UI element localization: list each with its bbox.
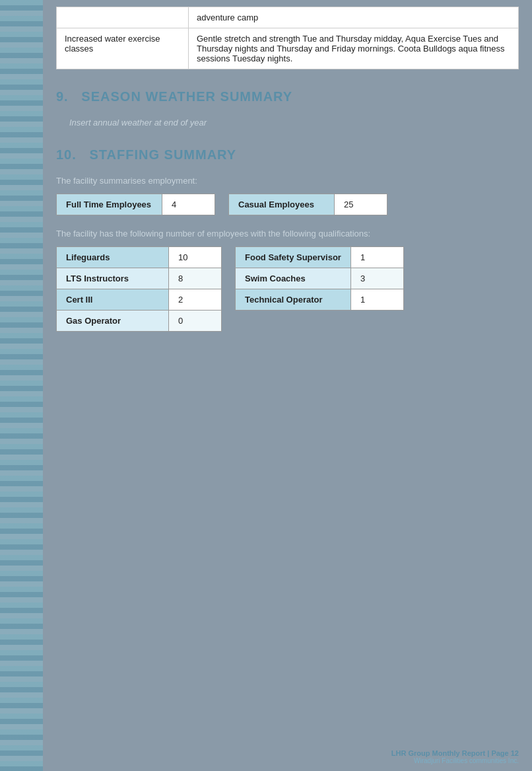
lifeguards-value: 10	[169, 247, 222, 268]
lts-value: 8	[169, 268, 222, 289]
qual-table-left: Lifeguards 10 LTS Instructors 8 Cert III…	[56, 246, 222, 332]
qualifications-row: Lifeguards 10 LTS Instructors 8 Cert III…	[56, 246, 519, 332]
qualifications-note: The facility has the following number of…	[56, 229, 519, 239]
employment-summary-row: Full Time Employees 4 Casual Employees 2…	[56, 194, 519, 215]
full-time-value: 4	[162, 194, 215, 215]
table-row: adventure camp	[57, 7, 519, 28]
table-cell-adventure-camp: adventure camp	[189, 7, 519, 28]
table-row: Food Safety Supervisor 1	[236, 247, 404, 268]
section9-title: SEASON WEATHER SUMMARY	[81, 89, 292, 104]
table-row: Full Time Employees 4	[57, 194, 215, 215]
food-safety-label: Food Safety Supervisor	[236, 247, 351, 268]
weather-placeholder: Insert annual weather at end of year	[69, 118, 519, 128]
footer-line2: Wiradjuri Facilities communities Inc.	[391, 757, 519, 764]
section10-title: STAFFING SUMMARY	[89, 147, 236, 162]
casual-value: 25	[335, 194, 387, 215]
full-time-table: Full Time Employees 4	[56, 194, 215, 215]
table-cell-empty	[57, 7, 189, 28]
table-row: Technical Operator 1	[236, 289, 404, 311]
cert3-value: 2	[169, 289, 222, 311]
food-safety-value: 1	[350, 247, 403, 268]
casual-table: Casual Employees 25	[228, 194, 387, 215]
table-row: Swim Coaches 3	[236, 268, 404, 289]
tech-operator-value: 1	[350, 289, 403, 311]
table-row: Cert III 2	[57, 289, 222, 311]
full-time-label: Full Time Employees	[57, 194, 162, 215]
section9-heading: 9. SEASON WEATHER SUMMARY	[56, 89, 519, 104]
table-cell-water-classes-value: Gentle stretch and strength Tue and Thur…	[189, 28, 519, 69]
gas-operator-value: 0	[169, 311, 222, 332]
lts-label: LTS Instructors	[57, 268, 169, 289]
gas-operator-label: Gas Operator	[57, 311, 169, 332]
main-content: adventure camp Increased water exercise …	[43, 0, 532, 771]
top-table: adventure camp Increased water exercise …	[56, 7, 519, 69]
section9-number: 9.	[56, 89, 69, 104]
section10-heading: 10. STAFFING SUMMARY	[56, 147, 519, 163]
table-row: LTS Instructors 8	[57, 268, 222, 289]
table-cell-water-classes-label: Increased water exercise classes	[57, 28, 189, 69]
section10-number: 10.	[56, 147, 77, 162]
table-row: Gas Operator 0	[57, 311, 222, 332]
swim-coaches-value: 3	[350, 268, 403, 289]
cert3-label: Cert III	[57, 289, 169, 311]
lifeguards-label: Lifeguards	[57, 247, 169, 268]
footer-line1: LHR Group Monthly Report | Page 12	[391, 749, 519, 757]
tech-operator-label: Technical Operator	[236, 289, 351, 311]
table-row: Lifeguards 10	[57, 247, 222, 268]
wave-decoration	[0, 0, 43, 771]
qual-table-right: Food Safety Supervisor 1 Swim Coaches 3 …	[235, 246, 404, 311]
swim-coaches-label: Swim Coaches	[236, 268, 351, 289]
table-row: Casual Employees 25	[229, 194, 387, 215]
casual-label: Casual Employees	[229, 194, 335, 215]
footer: LHR Group Monthly Report | Page 12 Wirad…	[391, 749, 519, 764]
staffing-intro: The facility summarises employment:	[56, 176, 519, 186]
table-row: Increased water exercise classes Gentle …	[57, 28, 519, 69]
